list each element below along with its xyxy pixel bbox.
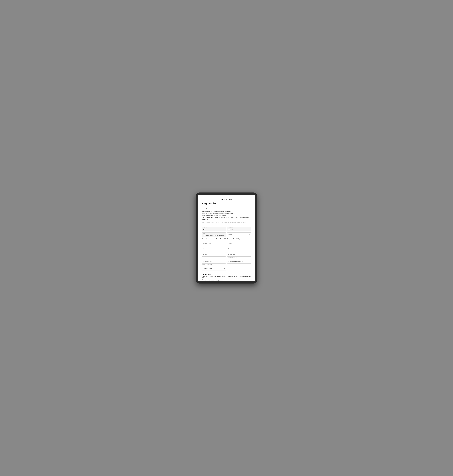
mailing-address-field: (for sending certificates) xyxy=(202,259,226,265)
email-language-row: Email English French ▼ xyxy=(202,232,251,237)
fax-input[interactable] xyxy=(202,247,226,251)
globex-icon: ❋ xyxy=(221,198,223,200)
logo-text: Globex Corp xyxy=(224,198,232,200)
first-name-input[interactable] xyxy=(202,227,226,231)
job-title-input[interactable] xyxy=(202,252,226,257)
mobile-field xyxy=(227,241,251,245)
how-hear-select[interactable]: How did you hear about us? Internet Frie… xyxy=(227,259,251,264)
registration-form: First Name Last Name Email English F xyxy=(202,227,251,270)
mailing-address-input[interactable] xyxy=(202,259,226,264)
instructions-heading: Instructions: xyxy=(202,208,251,210)
daytime-phone-input[interactable] xyxy=(202,241,226,245)
community-input[interactable] xyxy=(227,247,251,251)
instruction-item-1: 1. Complete the form by filling in the r… xyxy=(202,210,251,212)
instruction-item-3: 3. Click on the SUBMIT button to send th… xyxy=(202,214,251,216)
mobile-input[interactable] xyxy=(227,241,251,245)
email-field: Email xyxy=(202,232,226,237)
course-row-1: Basics of Information Security course xyxy=(202,280,251,281)
course-signup-section: Course Sign-up By checking the boxes bel… xyxy=(202,274,251,281)
postal-code-input[interactable] xyxy=(227,252,251,257)
postal-code-field: (for sending certificates) xyxy=(227,252,251,258)
course-checkbox-1[interactable] xyxy=(202,280,203,281)
job-title-field xyxy=(202,252,226,258)
fax-field xyxy=(202,247,226,251)
province-field: Province / Territory Alberta British Col… xyxy=(202,266,226,270)
daytime-phone-field xyxy=(202,241,226,245)
name-row: First Name Last Name xyxy=(202,227,251,231)
instructions-section: Instructions: 1. Complete the form by fi… xyxy=(202,208,251,223)
province-select[interactable]: Province / Territory Alberta British Col… xyxy=(202,266,226,270)
tablet-screen: ❋ Globex Corp Registration Instructions:… xyxy=(198,195,255,281)
instructions-list: 1. Complete the form by filling in the r… xyxy=(202,210,251,220)
mailing-address-sub-label: (for sending certificates) xyxy=(202,264,226,265)
email-input[interactable] xyxy=(202,232,226,237)
language-select[interactable]: English French xyxy=(227,232,251,237)
last-name-field: Last Name xyxy=(227,227,251,231)
course-label-1[interactable]: Basics of Information Security course xyxy=(204,280,223,281)
mailing-hear-row: (for sending certificates) How did you h… xyxy=(202,259,251,265)
instruction-item-2: 2. Carefully read and accept the stateme… xyxy=(202,212,251,214)
province-row: Province / Territory Alberta British Col… xyxy=(202,266,251,270)
page-title: Registration xyxy=(202,202,251,205)
phone-row xyxy=(202,241,251,245)
first-name-field: First Name xyxy=(202,227,226,231)
community-field xyxy=(227,247,251,251)
how-hear-field: How did you hear about us? Internet Frie… xyxy=(227,259,251,265)
fax-community-row xyxy=(202,247,251,251)
postal-code-sub-label: (for sending certificates) xyxy=(227,257,251,258)
job-postal-row: (for sending certificates) xyxy=(202,252,251,258)
language-field: English French ▼ xyxy=(227,232,251,237)
tablet-device: ❋ Globex Corp Registration Instructions:… xyxy=(196,192,257,284)
instruction-item-4: 4. If you need assistance or have questi… xyxy=(202,216,251,220)
last-name-input[interactable] xyxy=(227,227,251,231)
tour-checkbox-row: I would like a tour of the Globex Traini… xyxy=(202,238,251,240)
course-section-heading: Course Sign-up xyxy=(202,274,251,275)
logo-area: ❋ Globex Corp xyxy=(202,198,251,200)
tour-checkbox[interactable] xyxy=(202,238,203,240)
form-note: This form is to be completed by the pers… xyxy=(202,221,251,223)
tour-checkbox-label[interactable]: I would like a tour of the Globex Traini… xyxy=(204,238,248,240)
course-section-desc: By checking the boxes below you will be … xyxy=(202,276,251,278)
